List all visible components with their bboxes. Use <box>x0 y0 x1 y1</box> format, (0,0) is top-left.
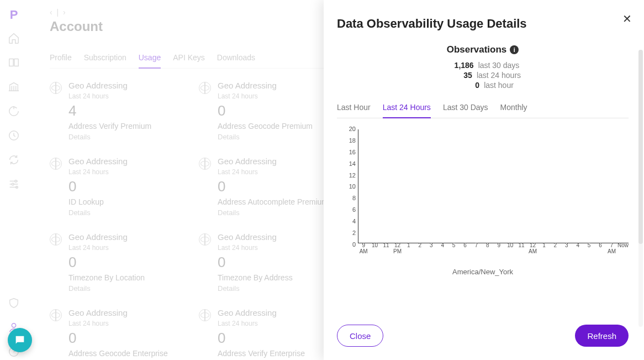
globe-icon <box>199 233 211 246</box>
usage-card: Geo Addressing Last 24 hours 0 ID Lookup… <box>50 156 199 217</box>
tab-apikeys[interactable]: API Keys <box>173 50 205 68</box>
x-tick: 10 <box>504 242 515 254</box>
metric-row: 0 last hour <box>452 81 514 90</box>
usage-details-panel: ✕ Data Observability Usage Details Obser… <box>324 0 644 360</box>
card-subtitle: Last 24 hours <box>218 320 305 327</box>
card-details-link[interactable]: Details <box>218 133 313 141</box>
tab-subscription[interactable]: Subscription <box>84 50 126 68</box>
card-title: Geo Addressing <box>218 232 293 242</box>
timezone-label: America/New_York <box>337 268 629 276</box>
y-tick: 6 <box>352 207 356 213</box>
card-value: 0 <box>218 330 305 347</box>
globe-icon <box>199 309 211 321</box>
svg-point-2 <box>12 183 14 185</box>
panel-scrollbar[interactable] <box>638 50 643 327</box>
card-product: Address Autocomplete Premium <box>218 197 328 206</box>
card-details-link[interactable]: Details <box>68 133 151 141</box>
y-tick: 0 <box>352 242 356 248</box>
usage-card: Geo Addressing Last 24 hours 0 Timezone … <box>50 232 199 293</box>
shield-icon[interactable] <box>8 297 20 311</box>
chart-plot <box>358 129 629 243</box>
range-tab-last30[interactable]: Last 30 Days <box>443 100 488 118</box>
card-details-link[interactable]: Details <box>68 208 128 217</box>
chart-bars <box>358 129 629 243</box>
card-subtitle: Last 24 hours <box>68 244 145 252</box>
card-value: 0 <box>68 254 145 271</box>
tab-usage[interactable]: Usage <box>139 50 161 69</box>
card-product: Address Verify Enterprise <box>218 349 305 358</box>
range-tab-monthly[interactable]: Monthly <box>500 100 527 118</box>
y-tick: 2 <box>352 230 356 236</box>
range-tab-lasthour[interactable]: Last Hour <box>337 100 371 118</box>
card-details-link[interactable]: Details <box>218 284 293 293</box>
card-product: Address Verify Premium <box>68 122 151 131</box>
bank-icon[interactable] <box>8 81 20 95</box>
metric-value: 35 <box>445 71 472 80</box>
x-tick: Now <box>617 242 629 254</box>
svg-point-3 <box>16 186 18 189</box>
clock-icon[interactable] <box>8 129 20 144</box>
metric-label: last hour <box>484 81 514 90</box>
metric-row: 35 last 24 hours <box>445 71 521 80</box>
x-tick: 3 <box>426 242 437 254</box>
x-tick: 1 <box>403 242 414 254</box>
card-title: Geo Addressing <box>218 156 328 166</box>
tab-profile[interactable]: Profile <box>50 50 72 68</box>
card-title: Geo Addressing <box>218 81 313 90</box>
range-tab-last24[interactable]: Last 24 Hours <box>383 100 431 118</box>
refresh-icon[interactable] <box>8 154 20 168</box>
usage-card: Geo Addressing Last 24 hours 0 Address G… <box>50 308 199 360</box>
y-tick: 14 <box>349 161 356 167</box>
card-subtitle: Last 24 hours <box>68 92 151 100</box>
info-icon[interactable]: i <box>510 45 519 54</box>
y-tick: 12 <box>349 173 356 179</box>
card-value: 0 <box>218 254 293 271</box>
card-product: ID Lookup <box>68 197 128 206</box>
card-value: 0 <box>68 178 128 195</box>
x-tick: 7 AM <box>606 242 617 254</box>
card-subtitle: Last 24 hours <box>218 168 328 176</box>
card-subtitle: Last 24 hours <box>218 244 293 252</box>
close-button[interactable]: Close <box>337 325 383 347</box>
card-subtitle: Last 24 hours <box>68 320 168 327</box>
tab-downloads[interactable]: Downloads <box>217 50 255 68</box>
sliders-icon[interactable] <box>8 178 20 192</box>
card-value: 4 <box>68 102 151 119</box>
chat-launcher[interactable] <box>8 328 32 352</box>
usage-card: Geo Addressing Last 24 hours 4 Address V… <box>50 81 199 141</box>
y-tick: 10 <box>349 184 356 190</box>
x-tick: 2 <box>550 242 561 254</box>
metrics-heading: Observations i <box>337 44 629 55</box>
globe-icon <box>50 233 62 246</box>
brand-logo[interactable]: P <box>10 8 18 22</box>
gauge-icon[interactable] <box>8 105 20 119</box>
x-tick: 5 <box>448 242 459 254</box>
card-subtitle: Last 24 hours <box>68 168 128 176</box>
close-icon[interactable]: ✕ <box>622 12 632 25</box>
metrics-summary: 1,186 last 30 days 35 last 24 hours 0 la… <box>337 61 629 90</box>
y-tick: 18 <box>349 138 356 144</box>
book-icon[interactable] <box>8 56 20 71</box>
card-title: Geo Addressing <box>68 81 151 90</box>
x-tick: 1 <box>539 242 550 254</box>
card-details-link[interactable]: Details <box>68 284 145 293</box>
card-product: Address Geocode Premium <box>218 122 313 131</box>
card-title: Geo Addressing <box>68 308 168 317</box>
metric-label: last 24 hours <box>477 71 521 80</box>
x-tick: 6 <box>595 242 606 254</box>
globe-icon <box>50 82 62 94</box>
metric-value: 0 <box>452 81 479 90</box>
x-tick: 9 <box>493 242 504 254</box>
x-tick: 7 <box>471 242 482 254</box>
x-tick: 9 AM <box>358 242 369 254</box>
refresh-button[interactable]: Refresh <box>575 325 629 347</box>
x-tick: 4 <box>437 242 448 254</box>
y-tick: 4 <box>352 218 356 225</box>
x-axis: 9 AM101112 PM123456789101112 AM1234567 A… <box>358 242 629 254</box>
card-details-link[interactable]: Details <box>218 208 328 217</box>
home-icon[interactable] <box>8 32 20 46</box>
card-product: Address Geocode Enterprise <box>68 349 168 358</box>
x-tick: 12 AM <box>527 242 538 254</box>
range-tabs: Last Hour Last 24 Hours Last 30 Days Mon… <box>337 100 629 118</box>
x-tick: 8 <box>482 242 493 254</box>
